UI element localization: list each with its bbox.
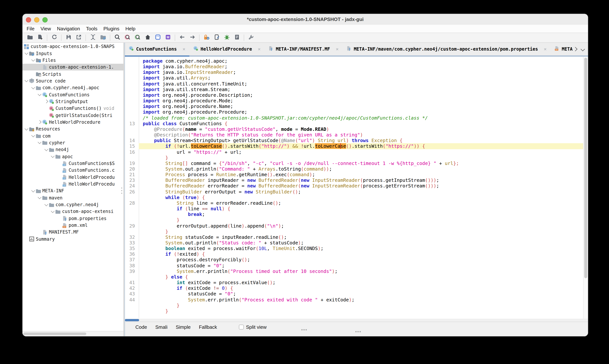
tree-item-cypher[interactable]: cypher — [23, 140, 123, 146]
code-line[interactable]: 20 System.out.println("Command: " + Arra… — [125, 166, 583, 172]
search-usage-button[interactable] — [133, 34, 142, 42]
nav-back-button[interactable] — [178, 34, 186, 42]
code-line[interactable]: import org.neo4j.procedure.Mode; — [125, 98, 583, 104]
add-files-button[interactable] — [36, 34, 44, 42]
tree-item-manifest-mf[interactable]: ?MANIFEST.MF — [23, 229, 123, 236]
code-line[interactable]: 42 if (exitCode != 0) { — [125, 286, 583, 291]
menu-item-file[interactable]: File — [27, 26, 35, 31]
tree-item-customfunctions[interactable]: cCustomFunctions — [23, 91, 123, 98]
chevron-down-icon[interactable] — [25, 78, 28, 82]
view-tab-simple[interactable]: Simple — [176, 324, 191, 330]
menu-item-navigation[interactable]: Navigation — [57, 26, 80, 31]
code-line[interactable]: 19 String[] command = {"/bin/sh", "-c", … — [125, 160, 583, 166]
tree-horizontal-scrollbar[interactable] — [23, 331, 123, 336]
tree-item-com[interactable]: com — [23, 132, 123, 140]
tree-item-resources[interactable]: Resources — [23, 126, 123, 132]
code-line[interactable]: 33 System.out.println("Status code: " + … — [125, 240, 583, 246]
title-bar[interactable]: *custom-apoc-extension-1.0-SNAPSHOT - ja… — [23, 14, 588, 25]
debugger-button[interactable] — [223, 34, 231, 42]
view-tab-smali[interactable]: Smali — [155, 324, 167, 330]
tabs-menu-icon[interactable] — [581, 47, 585, 51]
tab-close-icon[interactable]: ✕ — [183, 47, 186, 51]
code-comments-button[interactable] — [154, 34, 162, 42]
code-line[interactable]: @Procedure(name = "custom.getUrlStatusCo… — [125, 126, 583, 132]
code-line[interactable]: } else { — [125, 274, 583, 280]
code-line[interactable]: if (line == null) { — [125, 206, 583, 211]
view-tab-code[interactable]: Code — [135, 324, 147, 330]
chevron-down-icon[interactable] — [31, 85, 35, 89]
tab-close-icon[interactable]: ✕ — [336, 47, 339, 51]
tree-item-neo4j[interactable]: neo4j — [23, 146, 123, 153]
tab-close-icon[interactable]: ✕ — [543, 47, 547, 51]
chevron-down-icon[interactable] — [31, 189, 35, 192]
tab-helloworldprocedure[interactable]: cHelloWorldProcedure✕ — [189, 43, 265, 55]
code-line[interactable]: 14 public Stream<StringOutput> getUrlSta… — [125, 138, 583, 143]
code-line[interactable]: @Description("Returns the HTTP status co… — [125, 132, 583, 138]
code-line[interactable]: import java.util.stream.Stream; — [125, 87, 583, 92]
code-line[interactable]: package com.cypher.neo4j.apoc; — [125, 58, 583, 64]
tree-item-customfunctions-s[interactable]: JCustomFunctions$S — [23, 160, 123, 167]
code-line[interactable]: import org.neo4j.procedure.Description; — [125, 92, 583, 98]
code-line[interactable]: 29 errorOutput.append(line).append("\n")… — [125, 223, 583, 229]
open-file-button[interactable] — [26, 34, 34, 42]
menu-item-help[interactable]: Help — [125, 26, 135, 31]
code-line[interactable]: import java.util.Arrays; — [125, 75, 583, 81]
code-line[interactable]: /* loaded from: custom-apoc-extension-1.… — [125, 115, 583, 120]
tree-item-pom-properties[interactable]: ?pom.properties — [23, 215, 123, 222]
sync-decompilation-button[interactable] — [99, 34, 107, 42]
device-rename-button[interactable] — [212, 34, 221, 42]
code-line[interactable]: import java.util.concurrent.TimeUnit; — [125, 81, 583, 86]
main-activity-button[interactable] — [144, 34, 152, 42]
code-vertical-scrollbar[interactable] — [583, 57, 588, 319]
menu-item-tools[interactable]: Tools — [86, 26, 97, 31]
nav-forward-button[interactable] — [188, 34, 196, 42]
tab-customfunctions[interactable]: cCustomFunctions✕ — [125, 43, 189, 55]
tree-item-com-cypher-neo4j[interactable]: com.cypher.neo4j — [23, 201, 123, 208]
split-view-checkbox[interactable] — [239, 325, 244, 329]
reload-button[interactable] — [50, 34, 58, 42]
code-hscroll-thumb[interactable] — [125, 319, 139, 321]
tab-close-icon[interactable]: ✕ — [258, 47, 261, 51]
code-line[interactable]: 26 StringBuilder errorOutput = new Strin… — [125, 189, 583, 194]
chevron-down-icon[interactable] — [31, 58, 35, 62]
code-line[interactable]: } — [125, 155, 583, 160]
tree-item-scripts[interactable]: Scripts — [23, 71, 123, 78]
tree-item-helloworldprocedure[interactable]: cHelloWorldProcedure — [23, 119, 123, 126]
chevron-down-icon[interactable] — [51, 209, 54, 213]
code-line[interactable]: 41 int exitCode = process.exitValue(); — [125, 280, 583, 285]
tree-item-helloworldprocedu[interactable]: JHelloWorldProcedu — [23, 181, 123, 188]
code-line[interactable]: import org.neo4j.procedure.Procedure; — [125, 109, 583, 115]
chevron-down-icon[interactable] — [44, 147, 48, 151]
chevron-right-icon[interactable] — [38, 120, 41, 124]
tree-item-files[interactable]: Files — [23, 57, 123, 64]
menu-item-view[interactable]: View — [40, 26, 51, 31]
code-line[interactable]: 35 boolean exited = process.waitFor(10L,… — [125, 246, 583, 251]
tree-hscroll-thumb[interactable] — [23, 333, 86, 335]
code-vscroll-thumb[interactable] — [584, 58, 587, 278]
code-line[interactable]: while (true) { — [125, 195, 583, 200]
code-line[interactable]: 39 System.err.println("Process timed out… — [125, 268, 583, 274]
preferences-button[interactable] — [247, 34, 255, 42]
chevron-down-icon[interactable] — [38, 140, 41, 144]
tree-item-maven[interactable]: maven — [23, 194, 123, 201]
code-line[interactable]: 37 process.destroyForcibly(); — [125, 257, 583, 263]
chevron-down-icon[interactable] — [25, 127, 28, 130]
tree-item-meta-inf[interactable]: META-INF — [23, 187, 123, 194]
code-line[interactable]: 36 if (!exited) { — [125, 251, 583, 257]
code-line[interactable]: import org.neo4j.procedure.Name; — [125, 104, 583, 109]
flatten-packages-button[interactable] — [89, 34, 97, 42]
code-line[interactable]: } — [125, 229, 583, 234]
code-line[interactable]: 24 BufferedReader errorReader = new Buff… — [125, 183, 583, 189]
chevron-down-icon[interactable] — [44, 202, 48, 206]
search-text-button[interactable] — [113, 34, 121, 42]
save-all-button[interactable] — [64, 34, 73, 42]
code-line[interactable]: import java.io.BufferedReader; — [125, 64, 583, 69]
tree-item-custom-apoc-extension-1-[interactable]: custom-apoc-extension-1. — [23, 64, 123, 71]
view-tab-fallback[interactable]: Fallback — [199, 324, 217, 330]
code-line[interactable]: 23 BufferedReader inputReader = new Buff… — [125, 178, 583, 183]
scroll-tabs-right-icon[interactable] — [573, 47, 578, 51]
code-line[interactable]: 44 System.err.println("Process exited wi… — [125, 297, 583, 302]
tree-item-customfunctions-[interactable]: mCustomFunctions()void — [23, 105, 123, 112]
tree-item-inputs[interactable]: Inputs — [23, 50, 123, 57]
tree-item-apoc[interactable]: apoc — [23, 153, 123, 160]
